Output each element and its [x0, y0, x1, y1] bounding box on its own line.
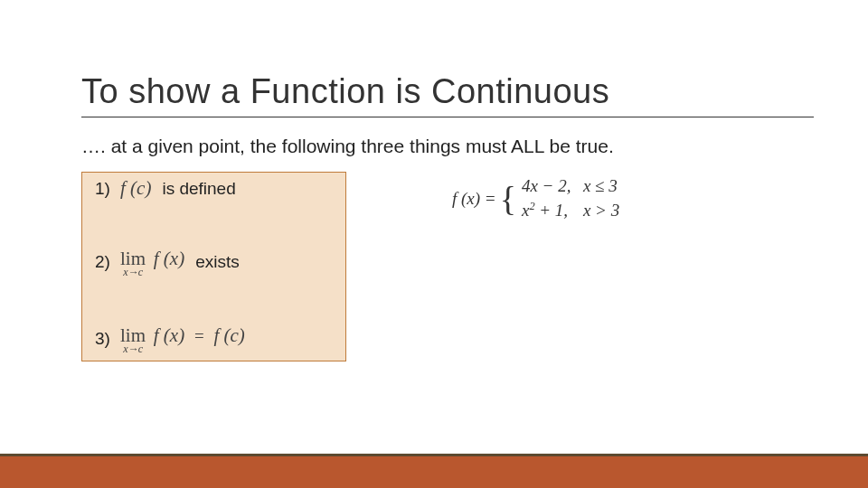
condition-3: 3) lim x→c f (x) = f (c) — [95, 324, 333, 353]
condition-2-limit: lim x→c f (x) — [120, 248, 184, 277]
example-case-2: x2 + 1, x > 3 — [522, 200, 619, 221]
condition-1-text: is defined — [162, 179, 235, 199]
condition-2: 2) lim x→c f (x) exists — [95, 248, 333, 277]
footer-bar — [0, 456, 868, 488]
example-case-1: 4x − 2, x ≤ 3 — [522, 176, 619, 196]
condition-1: 1) f (c) is defined — [95, 177, 333, 200]
condition-2-text: exists — [195, 252, 240, 272]
slide-subtitle: …. at a given point, the following three… — [81, 136, 614, 157]
example-function: f (x) = { 4x − 2, x ≤ 3 x2 + 1, x > 3 — [452, 176, 619, 221]
condition-3-expr: lim x→c f (x) = f (c) — [120, 324, 245, 353]
piecewise-brace-icon: { — [500, 183, 516, 214]
slide-title: To show a Function is Continuous — [81, 72, 814, 117]
condition-3-number: 3) — [95, 329, 111, 349]
conditions-box: 1) f (c) is defined 2) lim x→c f (x) exi… — [81, 172, 346, 361]
example-lhs: f (x) = — [452, 189, 496, 209]
condition-1-expr: f (c) — [120, 177, 151, 200]
condition-2-number: 2) — [95, 252, 111, 272]
condition-1-number: 1) — [95, 179, 111, 199]
